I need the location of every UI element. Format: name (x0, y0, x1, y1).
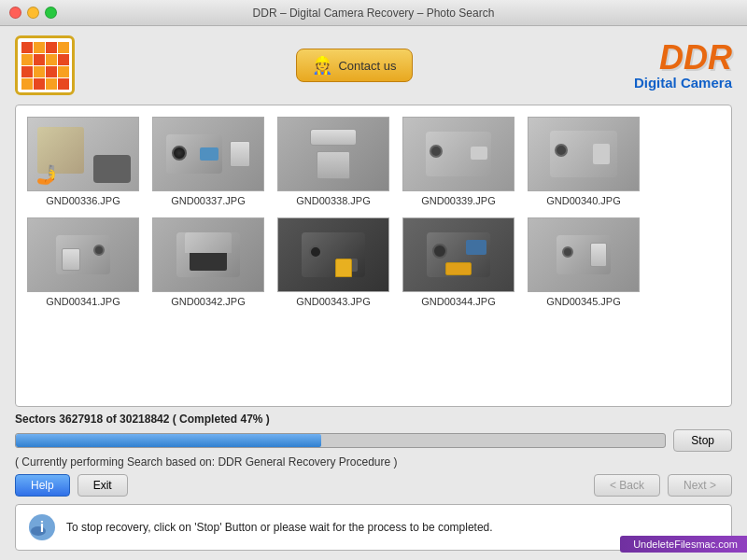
photo-thumb (277, 217, 389, 292)
list-item: GND00340.JPG (528, 117, 640, 206)
titlebar: DDR – Digital Camera Recovery – Photo Se… (0, 0, 747, 26)
photo-label: GND00336.JPG (46, 195, 120, 206)
progress-area: Sectors 3627918 of 30218842 ( Completed … (15, 413, 732, 452)
brand-title: DDR (634, 41, 732, 75)
search-info: ( Currently performing Search based on: … (15, 455, 732, 469)
photo-thumb (402, 117, 514, 191)
exit-button[interactable]: Exit (78, 474, 128, 497)
photo-grid-container[interactable]: 🤳 GND00336.JPG GND00337.JPG (15, 105, 732, 407)
window-controls (9, 7, 57, 19)
stop-button[interactable]: Stop (673, 429, 732, 452)
info-message: To stop recovery, click on 'Stop' Button… (66, 521, 493, 534)
photo-label: GND00339.JPG (421, 195, 495, 206)
photo-label: GND00338.JPG (296, 195, 370, 206)
next-button[interactable]: Next > (668, 474, 732, 497)
list-item: GND00343.JPG (277, 217, 389, 307)
info-icon: i (27, 512, 57, 542)
contact-icon: 👷 (312, 55, 332, 76)
svg-text:i: i (40, 519, 44, 535)
main-content: 👷 Contact us DDR Digital Camera 🤳 GND00 (0, 26, 747, 560)
maximize-button[interactable] (45, 7, 57, 19)
list-item: GND00341.JPG (27, 217, 139, 307)
photo-label: GND00342.JPG (171, 296, 245, 307)
progress-bar-background (15, 433, 666, 448)
photo-row-1: 🤳 GND00336.JPG GND00337.JPG (27, 117, 720, 206)
photo-thumb (27, 217, 139, 292)
photo-label: GND00344.JPG (421, 296, 495, 307)
help-button[interactable]: Help (15, 474, 70, 497)
progress-text: Sectors 3627918 of 30218842 ( Completed … (15, 413, 732, 426)
photo-label: GND00341.JPG (46, 296, 120, 307)
list-item: GND00338.JPG (277, 117, 389, 206)
header-row: 👷 Contact us DDR Digital Camera (15, 35, 732, 95)
progress-row: Stop (15, 429, 732, 452)
photo-thumb: 🤳 (27, 117, 139, 191)
photo-thumb (277, 117, 389, 191)
list-item: 🤳 GND00336.JPG (27, 117, 139, 206)
minimize-button[interactable] (27, 7, 39, 19)
photo-thumb (152, 117, 264, 191)
back-button[interactable]: < Back (594, 474, 660, 497)
list-item: GND00337.JPG (152, 117, 264, 206)
list-item: GND00345.JPG (528, 217, 640, 307)
photo-label: GND00337.JPG (171, 195, 245, 206)
photo-label: GND00340.JPG (546, 195, 620, 206)
nav-buttons: Help Exit < Back Next > (15, 474, 732, 497)
watermark: UndeleteFilesmac.com (620, 536, 747, 553)
list-item: GND00342.JPG (152, 217, 264, 307)
photo-label: GND00343.JPG (296, 296, 370, 307)
logo-grid (21, 42, 69, 90)
window-title: DDR – Digital Camera Recovery – Photo Se… (253, 7, 495, 20)
photo-thumb (152, 217, 264, 292)
photo-thumb (528, 217, 640, 292)
photo-label: GND00345.JPG (546, 296, 620, 307)
progress-bar-fill (16, 434, 321, 447)
contact-label: Contact us (338, 59, 396, 73)
list-item: GND00344.JPG (402, 217, 514, 307)
list-item: GND00339.JPG (402, 117, 514, 206)
photo-row-2: GND00341.JPG GND00342.JPG (27, 217, 720, 307)
close-button[interactable] (9, 7, 21, 19)
brand-subtitle: Digital Camera (634, 75, 732, 91)
contact-button[interactable]: 👷 Contact us (296, 49, 412, 82)
photo-thumb (402, 217, 514, 292)
app-logo (15, 35, 75, 95)
brand-area: DDR Digital Camera (634, 41, 732, 91)
photo-thumb (528, 117, 640, 191)
